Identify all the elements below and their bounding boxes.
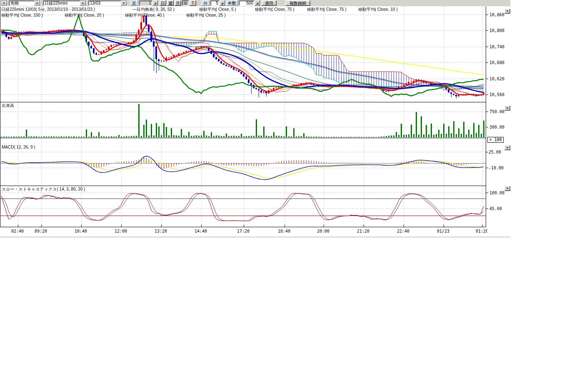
chevron-down-icon[interactable]: ▼ [80, 1, 86, 5]
multi-symbol-button[interactable]: 複数銘柄 [285, 0, 310, 6]
legend-item: 移動平均( Close, 25 ) [186, 13, 225, 18]
time-axis-label: 17:20 [237, 229, 250, 233]
category-select[interactable]: 先物 ▼ [9, 0, 40, 6]
pane-menu-button[interactable]: ▼ [504, 145, 510, 150]
volume-pane-label: 出来高 [2, 103, 14, 108]
time-axis-label: 20:00 [317, 229, 329, 233]
bar-count-input[interactable] [239, 0, 255, 6]
pane-menu-button[interactable]: ▼ [504, 106, 510, 111]
chart-canvas[interactable] [0, 6, 510, 239]
time-axis-label: 18:40 [278, 229, 290, 233]
period-week-button[interactable]: 週 [167, 0, 174, 6]
macd-axis-label: 25.00 [489, 150, 501, 154]
period-day-button[interactable]: 日 [160, 0, 166, 6]
contract-select-value: 13/03 [89, 1, 121, 5]
time-axis: 02:4009:2010:4012:0013:2014:4017:2018:40… [0, 228, 487, 234]
interval-input[interactable] [139, 0, 152, 6]
legend-item: 移動平均( Close, 40 ) [125, 13, 164, 18]
time-axis-label: 10:40 [75, 229, 87, 233]
volume-multiplier-badge: × 100 [487, 137, 504, 143]
time-axis-label: 22:40 [397, 229, 409, 233]
period-month-button[interactable]: 月 [175, 0, 181, 6]
symbol-select-value: 日経225mini [43, 1, 80, 5]
legend-item: 移動平均( Close, 75 ) [255, 7, 294, 12]
legend-item: 一目均衡表( 9, 26, 52 ) [132, 7, 175, 12]
legend-item: 日経225mini 13/03( 5分, 2013/01/19 - 2013/0… [1, 7, 95, 12]
minute-input[interactable] [210, 0, 220, 6]
stoch-pane-label: スロー・ストキャスティクス( 14, 3, 80, 20 ) [2, 187, 85, 192]
macd-axis-label: -10.00 [489, 166, 504, 170]
spinner-icon[interactable]: ◢ [220, 0, 225, 6]
time-axis-label: 21:20 [357, 229, 369, 233]
time-axis-label: 01:20 [476, 229, 487, 233]
chevron-down-icon[interactable]: ▼ [121, 1, 127, 5]
bar-type-label: 足 [130, 0, 138, 6]
price-axis-label: 10,860 [489, 12, 504, 17]
spinner-icon[interactable]: ◢ [152, 0, 158, 6]
toolbar: ▼ 先物 ▼ 日経225mini ▼ 13/03 ▼ 足 ◢ 日 週 月 分 T… [0, 0, 510, 6]
symbol-select[interactable]: 日経225mini ▼ [43, 0, 86, 6]
bar-count-label: 本数 [226, 0, 238, 6]
period-tick-button[interactable]: T [190, 0, 196, 6]
legend-item: 移動平均( Close, 150 ) [1, 13, 43, 18]
price-axis-label: 10,560 [489, 92, 504, 97]
pane-menu-button[interactable]: ▼ [504, 186, 510, 191]
time-axis-label: 01/23 [437, 229, 449, 233]
time-axis-label: 14:40 [195, 229, 207, 233]
price-axis-label: 10,680 [489, 60, 504, 65]
price-axis-label: 10,800 [489, 28, 504, 33]
price-axis-label: 10,620 [489, 77, 504, 81]
volume-axis-label: 300.00 [489, 125, 504, 129]
mini-dropdown[interactable]: ▼ [0, 0, 7, 6]
macd-pane-label: MACD( 12, 26, 9 ) [2, 145, 35, 150]
time-axis-label: 02:40 [11, 229, 24, 233]
time-axis-label: 12:00 [115, 229, 127, 233]
category-select-value: 先物 [9, 1, 34, 5]
stoch-axis-label: 45.00 [489, 206, 502, 211]
legend-item: 移動平均( Close, 5 ) [199, 7, 236, 12]
price-axis-label: 10,740 [489, 45, 504, 49]
minute-unit-label: 分 [201, 0, 210, 6]
period-minute-button[interactable]: 分 [182, 0, 189, 6]
time-axis-label: 13:20 [155, 229, 167, 233]
chevron-down-icon[interactable]: ▼ [34, 1, 40, 5]
legend-item: 移動平均( Close, 75 ) [307, 7, 346, 12]
app-window: ▼ 先物 ▼ 日経225mini ▼ 13/03 ▼ 足 ◢ 日 週 月 分 T… [0, 0, 569, 392]
contract-select[interactable]: 13/03 ▼ [88, 0, 127, 6]
stoch-axis-label: 100.00 [489, 191, 504, 195]
legend-item: 移動平均( Close, 20 ) [65, 13, 104, 18]
legend-item: 移動平均( Close, 10 ) [358, 7, 397, 12]
spinner-icon[interactable]: ◢ [255, 0, 260, 6]
time-axis-label: 09:20 [35, 229, 47, 233]
volume-axis-label: 750.00 [489, 109, 504, 114]
chevron-down-icon[interactable]: ▼ [1, 1, 7, 5]
pane-menu-button[interactable]: ▼ [504, 9, 510, 14]
apply-button[interactable]: 適用 [262, 0, 277, 6]
